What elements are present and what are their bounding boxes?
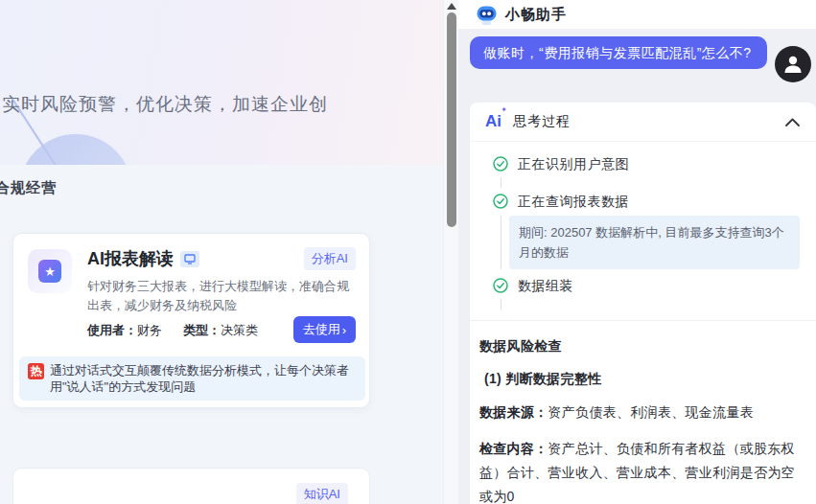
chevron-up-icon[interactable] — [784, 117, 801, 127]
step-identify-intent: 正在识别用户意图 — [493, 155, 801, 172]
person-icon — [781, 53, 804, 76]
thinking-process-card: Ai✦ 思考过程 正在识别用户意图 正在查询 — [470, 103, 816, 504]
thinking-title: 思考过程 — [513, 113, 571, 130]
assistant-title: 小畅助手 — [505, 6, 567, 24]
arrow-right-icon: › — [342, 323, 346, 337]
tag-analysis-ai: 分析AI — [304, 247, 356, 270]
step-label: 正在查询报表数据 — [518, 194, 629, 209]
ai-logo-text: Ai — [485, 112, 501, 130]
banner-circle-decor — [19, 134, 132, 165]
hero-banner: 实时风险预警，优化决策，加速企业创 — [0, 0, 443, 165]
chat-header: 小畅助手 — [458, 0, 816, 30]
card-meta: 使用者：财务类型：决策类 — [87, 322, 258, 339]
hot-tip-text: 通过对话式交互颠覆传统数据分析模式，让每个决策者用"说人话"的方式发现问题 — [50, 363, 349, 394]
monitor-icon[interactable] — [180, 251, 199, 267]
thinking-steps: 正在识别用户意图 正在查询报表数据 期间: 202507 数据解析中, 目前最多… — [470, 142, 816, 316]
analysis-heading: 数据风险检查 — [479, 338, 801, 355]
step-query-reports: 正在查询报表数据 — [493, 193, 801, 210]
card-description: 针对财务三大报表，进行大模型解读，准确合规出表，减少财务及纳税风险 — [87, 277, 360, 315]
knowledge-ai-card[interactable]: 知识AI — [12, 468, 370, 504]
row-label: 检查内容： — [479, 441, 548, 456]
step-label: 数据组装 — [518, 278, 573, 293]
step-note-row: 期间: 202507 数据解析中, 目前最多支持查询3个月的数据 — [493, 216, 801, 269]
step-connector — [501, 299, 501, 309]
star-app-icon: ★ — [38, 260, 61, 283]
sparkle-icon: ✦ — [501, 105, 507, 114]
section-title: 合规经营 — [0, 179, 57, 197]
analysis-subheading: (1) 判断数据完整性 — [484, 371, 801, 388]
thinking-header[interactable]: Ai✦ 思考过程 — [470, 103, 816, 142]
use-now-label: 去使用 — [303, 321, 340, 338]
robot-icon — [476, 4, 498, 26]
scrollbar-thumb[interactable] — [447, 12, 456, 227]
hot-tip-box: 热 通过对话式交互颠覆传统数据分析模式，让每个决策者用"说人话"的方式发现问题 — [19, 356, 365, 401]
step-data-assembly: 数据组装 — [493, 277, 801, 294]
use-now-button[interactable]: 去使用› — [293, 316, 356, 343]
user-label: 使用者： — [87, 323, 137, 337]
analysis-row-source: 数据来源：资产负债表、利润表、现金流量表 — [479, 401, 801, 424]
banner-headline: 实时风险预警，优化决策，加速企业创 — [2, 92, 328, 117]
type-value: 决策类 — [221, 323, 258, 337]
user-message-bubble: 做账时，“费用报销与发票匹配混乱”怎么不? — [470, 36, 767, 69]
star-icon: ★ — [44, 264, 56, 279]
tag-knowledge-ai: 知识AI — [296, 483, 348, 504]
step-connector — [501, 177, 501, 188]
step-connector — [501, 216, 501, 269]
assistant-chat-panel: 小畅助手 做账时，“费用报销与发票匹配混乱”怎么不? Ai✦ 思考过程 — [458, 0, 816, 504]
step-label: 正在识别用户意图 — [518, 156, 629, 172]
user-avatar — [775, 46, 811, 82]
vertical-scrollbar[interactable] — [443, 0, 458, 504]
ai-report-card[interactable]: ★ AI报表解读 分析AI 针对财务三大报表，进行大模型解读，准确合规出表，减少… — [12, 233, 370, 408]
card-title: AI报表解读 — [87, 247, 174, 270]
analysis-section: 数据风险检查 (1) 判断数据完整性 数据来源：资产负债表、利润表、现金流量表 … — [470, 321, 816, 504]
analysis-row-content: 检查内容：资产总计、负债和所有者权益（或股东权益）合计、营业收入、营业成本、营业… — [479, 437, 801, 504]
app-icon-container: ★ — [28, 249, 72, 293]
scroll-up-arrow[interactable] — [447, 3, 456, 10]
app-window: 实时风险预警，优化决策，加速企业创 合规经营 ★ AI报表解读 分析AI 针对财… — [0, 0, 816, 504]
row-label: 数据来源： — [479, 404, 548, 420]
main-content-panel: 实时风险预警，优化决策，加速企业创 合规经营 ★ AI报表解读 分析AI 针对财… — [0, 0, 443, 504]
check-circle-icon — [493, 156, 508, 175]
hot-badge-icon: 热 — [28, 363, 44, 379]
type-label: 类型： — [183, 323, 221, 337]
step-note: 期间: 202507 数据解析中, 目前最多支持查询3个月的数据 — [509, 216, 800, 269]
ai-logo: Ai✦ — [485, 112, 501, 131]
card-title-row: AI报表解读 — [87, 247, 199, 270]
check-circle-icon — [493, 194, 508, 213]
user-value: 财务 — [137, 323, 162, 337]
row-text: 资产负债表、利润表、现金流量表 — [548, 404, 755, 420]
check-circle-icon — [493, 278, 508, 297]
